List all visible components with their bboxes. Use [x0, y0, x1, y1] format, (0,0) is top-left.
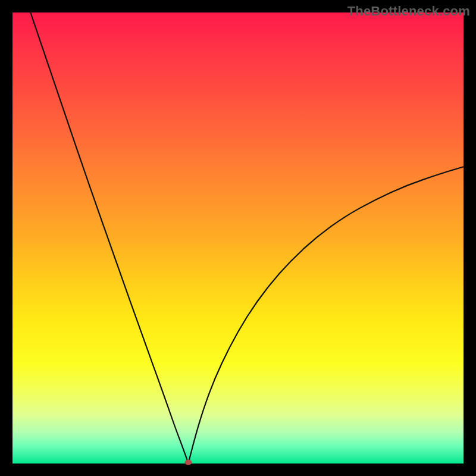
watermark-label: TheBottleneck.com: [347, 4, 470, 19]
curve-right-branch: [189, 167, 464, 464]
curve-left-branch: [30, 12, 188, 464]
bottleneck-curve: [12, 12, 464, 464]
vertex-marker: [185, 460, 192, 465]
chart-frame: TheBottleneck.com: [0, 0, 476, 476]
